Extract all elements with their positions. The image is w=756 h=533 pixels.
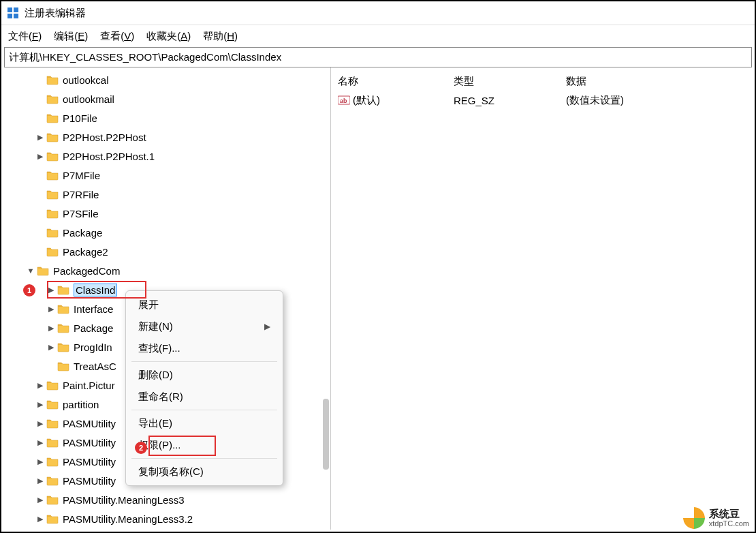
context-menu: 展开 新建(N)▶ 查找(F)... 删除(D) 重命名(R) 导出(E) 权限… — [125, 290, 283, 486]
ctx-expand[interactable]: 展开 — [126, 294, 283, 316]
menu-bar: 文件(F) 编辑(E) 查看(V) 收藏夹(A) 帮助(H) — [1, 25, 755, 47]
list-pane[interactable]: 名称 类型 数据 ab (默认) REG_SZ (数值未设置) — [331, 67, 755, 530]
tree-item-p7sfile[interactable]: P7SFile — [1, 204, 330, 223]
tree-item-packagedcom[interactable]: ▼PackagedCom — [1, 261, 330, 280]
folder-icon — [46, 132, 59, 142]
tree-item-label: outlookcal — [63, 74, 109, 86]
tree-item-pasmutility-meaningless3[interactable]: ▶PASMUtility.MeaningLess3 — [1, 490, 330, 509]
ctx-separator — [131, 458, 277, 459]
expand-icon[interactable]: ▶ — [35, 151, 45, 161]
expand-spacer — [35, 113, 45, 123]
string-value-icon: ab — [338, 95, 350, 106]
tree-item-label: P7RFile — [63, 189, 99, 200]
col-header-type[interactable]: 类型 — [454, 75, 566, 88]
folder-icon — [46, 93, 59, 104]
tree-item-p7mfile[interactable]: P7MFile — [1, 166, 330, 185]
col-header-data[interactable]: 数据 — [566, 75, 755, 88]
expand-icon[interactable]: ▶ — [35, 457, 45, 466]
watermark: 系统豆 xtdpTC.com — [683, 507, 749, 529]
folder-icon — [46, 170, 59, 181]
watermark-title: 系统豆 — [709, 508, 749, 520]
ctx-separator — [131, 361, 277, 362]
folder-icon — [46, 513, 59, 524]
svg-rect-1 — [14, 7, 18, 12]
col-header-name[interactable]: 名称 — [338, 75, 454, 88]
folder-icon — [46, 399, 59, 410]
tree-item-label: Paint.Pictur — [63, 380, 115, 391]
expand-spacer — [35, 170, 45, 180]
expand-icon[interactable]: ▶ — [35, 514, 45, 523]
tree-item-p2phost-p2phost-1[interactable]: ▶P2PHost.P2PHost.1 — [1, 147, 330, 166]
folder-icon — [46, 380, 59, 391]
tree-item-label: Interface — [74, 303, 113, 315]
tree-item-label: Package — [74, 322, 113, 334]
tree-item-p7rfile[interactable]: P7RFile — [1, 185, 330, 204]
list-header: 名称 类型 数据 — [338, 72, 755, 91]
tree-item-label: TreatAsC — [74, 361, 116, 372]
menu-favorites[interactable]: 收藏夹(A) — [146, 30, 191, 43]
folder-icon — [57, 361, 69, 371]
tree-item-p10file[interactable]: P10File — [1, 108, 330, 127]
expand-icon[interactable]: ▶ — [35, 495, 45, 504]
scrollbar-thumb[interactable] — [323, 399, 329, 470]
folder-icon — [46, 151, 59, 162]
address-bar[interactable]: 计算机\HKEY_CLASSES_ROOT\PackagedCom\ClassI… — [4, 47, 752, 67]
ctx-export[interactable]: 导出(E) — [126, 412, 283, 434]
expand-icon[interactable]: ▶ — [35, 418, 45, 428]
svg-rect-2 — [7, 14, 12, 18]
expand-spacer — [35, 94, 45, 104]
menu-help[interactable]: 帮助(H) — [203, 30, 238, 43]
folder-icon — [46, 227, 59, 238]
main-area: outlookcaloutlookmailP10File▶P2PHost.P2P… — [1, 67, 755, 530]
menu-edit[interactable]: 编辑(E) — [54, 30, 88, 43]
expand-icon[interactable]: ▶ — [46, 323, 56, 333]
folder-icon — [46, 189, 59, 200]
annotation-badge-1: 1 — [23, 284, 35, 296]
expand-icon[interactable]: ▶ — [35, 476, 45, 485]
address-text: 计算机\HKEY_CLASSES_ROOT\PackagedCom\ClassI… — [9, 51, 281, 64]
folder-icon — [57, 341, 69, 352]
expand-icon[interactable]: ▶ — [35, 438, 45, 447]
expand-icon[interactable]: ▶ — [46, 304, 56, 314]
tree-item-pasmutility-meaningless3-2[interactable]: ▶PASMUtility.MeaningLess3.2 — [1, 509, 330, 528]
ctx-find[interactable]: 查找(F)... — [126, 337, 283, 359]
list-row[interactable]: ab (默认) REG_SZ (数值未设置) — [338, 91, 755, 110]
ctx-delete[interactable]: 删除(D) — [126, 364, 283, 386]
menu-file[interactable]: 文件(F) — [8, 30, 42, 43]
tree-item-label: outlookmail — [63, 93, 114, 105]
watermark-icon — [683, 507, 705, 529]
expand-spacer — [35, 75, 45, 85]
tree-item-package[interactable]: Package — [1, 223, 330, 242]
tree-item-p2phost-p2phost[interactable]: ▶P2PHost.P2PHost — [1, 127, 330, 147]
tree-item-label: PASMUtility — [63, 475, 116, 487]
expand-icon[interactable]: ▶ — [46, 285, 56, 294]
tree-item-package2[interactable]: Package2 — [1, 242, 330, 261]
expand-icon[interactable]: ▶ — [35, 399, 45, 409]
folder-icon — [57, 303, 69, 314]
tree-item-label: P7SFile — [63, 208, 99, 219]
regedit-icon — [7, 7, 19, 19]
tree-item-outlookcal[interactable]: outlookcal — [1, 70, 330, 89]
ctx-new[interactable]: 新建(N)▶ — [126, 316, 283, 337]
folder-icon — [46, 437, 59, 448]
folder-icon — [46, 246, 59, 257]
value-type: REG_SZ — [454, 95, 566, 106]
expand-icon[interactable]: ▶ — [35, 132, 45, 142]
tree-item-outlookmail[interactable]: outlookmail — [1, 89, 330, 108]
tree-item-label: PASMUtility — [63, 456, 116, 468]
svg-rect-0 — [7, 7, 12, 12]
value-data: (数值未设置) — [566, 94, 755, 107]
expand-icon[interactable]: ▶ — [35, 380, 45, 390]
annotation-badge-2: 2 — [135, 442, 147, 454]
collapse-icon[interactable]: ▼ — [26, 266, 35, 275]
folder-icon — [46, 74, 59, 85]
ctx-copy-key-name[interactable]: 复制项名称(C) — [126, 461, 283, 483]
ctx-rename[interactable]: 重命名(R) — [126, 386, 283, 408]
tree-item-label: PackagedCom — [53, 265, 120, 277]
ctx-permissions[interactable]: 权限(P)... — [126, 434, 283, 456]
tree-item-label: Package — [63, 227, 102, 239]
menu-view[interactable]: 查看(V) — [100, 30, 134, 43]
tree-item-label: P7MFile — [63, 170, 100, 181]
expand-icon[interactable]: ▶ — [46, 342, 56, 352]
tree-item-label: PASMUtility — [63, 437, 116, 448]
